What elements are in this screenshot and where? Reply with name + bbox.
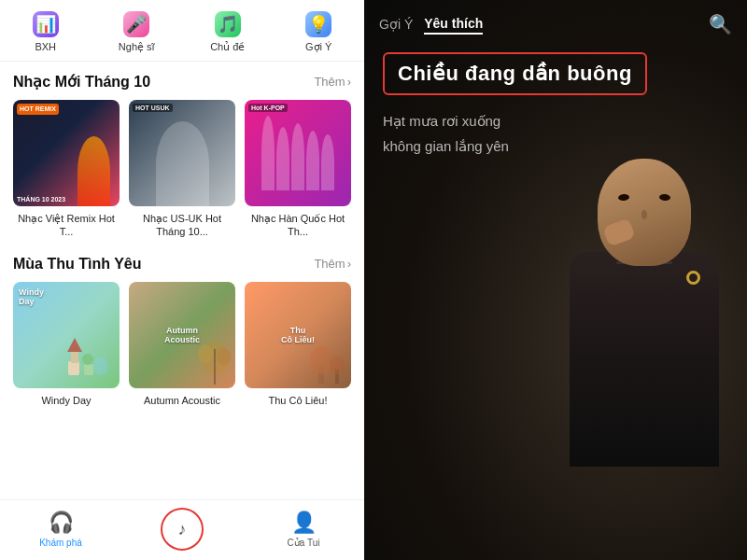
- thumb-remix-bg: HOT REMIX THÁNG 10 2023: [13, 100, 120, 206]
- tab-goi-y[interactable]: Gợi Ý: [379, 15, 413, 34]
- nav-nghe-si[interactable]: 🎤 Nghệ sĩ: [92, 11, 183, 53]
- card-remix[interactable]: HOT REMIX THÁNG 10 2023 Nhạc Việt Remix …: [13, 100, 120, 239]
- scroll-content: Nhạc Mới Tháng 10 Thêm › HOT REMIX THÁNG…: [0, 62, 364, 499]
- card-kpop[interactable]: Hot K-POP Nhạc Hàn Quốc Hot Th...: [245, 100, 351, 239]
- thumb-autumn: AutumnAcoustic: [129, 282, 235, 388]
- right-header: Gợi Ý Yêu thích 🔍: [364, 0, 747, 43]
- section2-grid: WindyDay Windy Day: [13, 282, 351, 407]
- thumb-kpop: Hot K-POP: [245, 100, 351, 206]
- nav-bxh-label: BXH: [35, 41, 56, 52]
- right-panel: Gợi Ý Yêu thích 🔍 Chiều đang dần buông H…: [364, 0, 747, 560]
- card-remix-name: Nhạc Việt Remix Hot T...: [13, 212, 120, 239]
- usuk-badge: HOT USUK: [133, 104, 173, 112]
- thumb-remix: HOT REMIX THÁNG 10 2023: [13, 100, 120, 206]
- lyric-line-2: không gian lắng yên: [383, 133, 728, 159]
- search-icon: 🔍: [709, 14, 732, 35]
- tab-yeu-thich[interactable]: Yêu thích: [424, 14, 483, 35]
- svg-point-8: [198, 344, 213, 363]
- thumb-windy: WindyDay: [13, 282, 120, 388]
- thumb-thu: ThuCô Liêu!: [245, 282, 351, 388]
- cua-tui-icon: 👤: [291, 511, 317, 535]
- svg-rect-3: [84, 364, 93, 375]
- artist-icon: 🎤: [123, 11, 149, 37]
- autumn-label: AutumnAcoustic: [164, 326, 200, 344]
- kpop-figure: [261, 116, 334, 190]
- thumb-autumn-bg: AutumnAcoustic: [129, 282, 235, 388]
- card-thu-name: Thu Cô Liêu!: [245, 394, 351, 407]
- thumb-windy-bg: WindyDay: [13, 282, 120, 388]
- thumb-kpop-bg: Hot K-POP: [245, 100, 351, 206]
- thu-art: [309, 337, 351, 388]
- section2-header: Mùa Thu Tình Yêu Thêm ›: [13, 256, 351, 273]
- nav-goi-y-label: Gợi Ý: [305, 41, 331, 53]
- left-panel: 📊 BXH 🎤 Nghệ sĩ 🎵 Chủ đề 💡 Gợi Ý Nhạc Mớ…: [0, 0, 364, 560]
- autumn-art: [196, 340, 233, 386]
- cua-tui-label: Cửa Tui: [288, 538, 320, 548]
- svg-point-4: [82, 354, 93, 365]
- bottom-nav: 🎧 Khám phá ♪ 👤 Cửa Tui: [0, 499, 364, 560]
- top-nav: 📊 BXH 🎤 Nghệ sĩ 🎵 Chủ đề 💡 Gợi Ý: [0, 0, 364, 62]
- section1-title: Nhạc Mới Tháng 10: [13, 73, 150, 91]
- nav-goi-y[interactable]: 💡 Gợi Ý: [274, 11, 365, 53]
- nav-player[interactable]: ♪: [121, 508, 243, 551]
- card-usuk[interactable]: HOT USUK Nhạc US-UK Hot Tháng 10...: [129, 100, 235, 239]
- nav-nghe-si-label: Nghệ sĩ: [119, 41, 155, 53]
- nav-kham-pha[interactable]: 🎧 Khám phá: [0, 511, 121, 548]
- section2-title: Mùa Thu Tình Yêu: [13, 256, 141, 273]
- card-kpop-name: Nhạc Hàn Quốc Hot Th...: [245, 212, 351, 239]
- card-autumn-name: Autumn Acoustic: [129, 394, 235, 407]
- remix-date: THÁNG 10 2023: [17, 196, 65, 203]
- nav-bxh[interactable]: 📊 BXH: [0, 11, 92, 53]
- card-windy[interactable]: WindyDay Windy Day: [13, 282, 120, 407]
- thumb-thu-bg: ThuCô Liêu!: [245, 282, 351, 388]
- music-note-icon: ♪: [178, 520, 187, 539]
- player-button[interactable]: ♪: [161, 508, 204, 551]
- svg-marker-2: [67, 338, 82, 352]
- remix-badge: HOT REMIX: [17, 104, 59, 115]
- nav-chu-de[interactable]: 🎵 Chủ đề: [182, 11, 274, 53]
- svg-rect-1: [71, 352, 78, 363]
- card-thu[interactable]: ThuCô Liêu! Thu Cô Liêu!: [245, 282, 351, 407]
- suggest-icon: 💡: [305, 11, 331, 37]
- svg-point-9: [217, 348, 232, 365]
- kpop-badge: Hot K-POP: [248, 104, 288, 112]
- thumb-usuk-bg: HOT USUK: [129, 100, 235, 206]
- svg-point-11: [310, 346, 332, 374]
- section1-more[interactable]: Thêm ›: [314, 75, 351, 89]
- svg-point-5: [93, 357, 108, 375]
- card-usuk-name: Nhạc US-UK Hot Tháng 10...: [129, 212, 235, 239]
- section1-grid: HOT REMIX THÁNG 10 2023 Nhạc Việt Remix …: [13, 100, 351, 239]
- song-title: Chiều đang dần buông: [398, 62, 632, 86]
- section2-more[interactable]: Thêm ›: [314, 257, 351, 271]
- usuk-figure: [156, 121, 209, 206]
- svg-rect-0: [68, 361, 79, 375]
- kham-pha-label: Khám phá: [39, 538, 82, 548]
- topic-icon: 🎵: [215, 11, 241, 37]
- bxh-icon: 📊: [33, 11, 59, 37]
- card-windy-name: Windy Day: [13, 394, 120, 407]
- nav-cua-tui[interactable]: 👤 Cửa Tui: [243, 511, 364, 548]
- card-autumn[interactable]: AutumnAcoustic Autumn Acoustic: [129, 282, 235, 407]
- windy-label: WindyDay: [19, 287, 44, 306]
- windy-art: [63, 329, 120, 385]
- lyric-line-1: Hạt mưa rơi xuống: [383, 108, 728, 133]
- section1-header: Nhạc Mới Tháng 10 Thêm ›: [13, 73, 351, 91]
- nav-chu-de-label: Chủ đề: [210, 41, 245, 53]
- search-button[interactable]: 🔍: [709, 13, 732, 35]
- song-title-box: Chiều đang dần buông: [383, 52, 647, 95]
- svg-point-13: [330, 356, 345, 374]
- lyric-area: Chiều đang dần buông Hạt mưa rơi xuống k…: [364, 43, 747, 560]
- thumb-usuk: HOT USUK: [129, 100, 235, 206]
- kham-pha-icon: 🎧: [49, 511, 74, 535]
